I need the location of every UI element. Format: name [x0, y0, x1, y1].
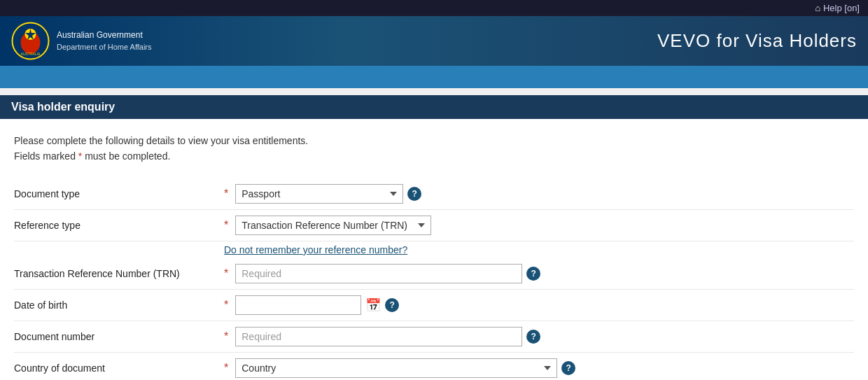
main-content: Please complete the following details to…: [0, 119, 868, 380]
calendar-icon[interactable]: 📅: [365, 297, 381, 313]
intro-text: Please complete the following details to…: [14, 133, 854, 164]
top-bar: ⌂ Help [on]: [0, 0, 868, 16]
required-star-docnum: *: [224, 330, 228, 343]
required-star-doctype: *: [224, 188, 228, 200]
dob-input[interactable]: [235, 295, 361, 315]
trn-row: Transaction Reference Number (TRN) * ?: [14, 258, 854, 290]
gov-line1: Australian Government: [57, 29, 152, 41]
country-help-icon[interactable]: ?: [561, 361, 575, 375]
required-star-trn: *: [224, 267, 228, 280]
gov-header: AUSTRALIA Australian Government Departme…: [0, 16, 868, 66]
country-select[interactable]: Country Australia United Kingdom United …: [235, 358, 557, 378]
required-star-reftype: *: [224, 219, 228, 232]
docnum-field: * ?: [224, 327, 854, 346]
country-label: Country of document: [14, 363, 224, 374]
dob-help-icon[interactable]: ?: [385, 298, 399, 312]
docnum-help-icon[interactable]: ?: [526, 330, 540, 344]
document-type-select[interactable]: Passport ImmiCard Other travel document: [235, 184, 403, 204]
dob-field: * 📅 ?: [224, 295, 854, 315]
required-star-dob: *: [224, 299, 228, 311]
reference-type-label: Reference type: [14, 220, 224, 231]
document-type-row: Document type * Passport ImmiCard Other …: [14, 178, 854, 210]
docnum-row: Document number * ?: [14, 321, 854, 353]
do-not-remember-link[interactable]: Do not remember your reference number?: [224, 244, 407, 255]
reference-type-select[interactable]: Transaction Reference Number (TRN) Visa …: [235, 216, 431, 235]
trn-input[interactable]: [235, 264, 522, 283]
document-type-help-icon[interactable]: ?: [407, 187, 421, 201]
home-icon: ⌂: [815, 3, 820, 13]
document-type-label: Document type: [14, 188, 224, 199]
app-title: VEVO for Visa Holders: [657, 30, 857, 52]
nav-bar: [0, 66, 868, 88]
docnum-input[interactable]: [235, 327, 522, 346]
intro-line2: Fields marked * must be completed.: [14, 148, 854, 164]
trn-label: Transaction Reference Number (TRN): [14, 268, 224, 279]
reference-type-row: Reference type * Transaction Reference N…: [14, 210, 854, 241]
reference-type-field: * Transaction Reference Number (TRN) Vis…: [224, 216, 854, 235]
trn-field: * ?: [224, 264, 854, 283]
dob-label: Date of birth: [14, 300, 224, 311]
required-star-country: *: [224, 362, 228, 374]
section-title: Visa holder enquiry: [11, 101, 115, 113]
trn-help-icon[interactable]: ?: [526, 267, 540, 281]
country-field: * Country Australia United Kingdom Unite…: [224, 358, 854, 378]
country-row: Country of document * Country Australia …: [14, 353, 854, 380]
do-not-remember-section: Do not remember your reference number?: [14, 241, 854, 258]
svg-text:AUSTRALIA: AUSTRALIA: [21, 52, 41, 56]
gov-logo: AUSTRALIA Australian Government Departme…: [11, 22, 152, 60]
dob-row: Date of birth * 📅 ?: [14, 290, 854, 321]
document-type-field: * Passport ImmiCard Other travel documen…: [224, 184, 854, 204]
gov-line2: Department of Home Affairs: [57, 41, 152, 53]
intro-line1: Please complete the following details to…: [14, 133, 854, 148]
docnum-label: Document number: [14, 331, 224, 342]
section-header: Visa holder enquiry: [0, 95, 868, 119]
gov-text: Australian Government Department of Home…: [57, 29, 152, 53]
gov-crest-icon: AUSTRALIA: [11, 22, 50, 60]
help-link[interactable]: Help [on]: [823, 3, 860, 13]
